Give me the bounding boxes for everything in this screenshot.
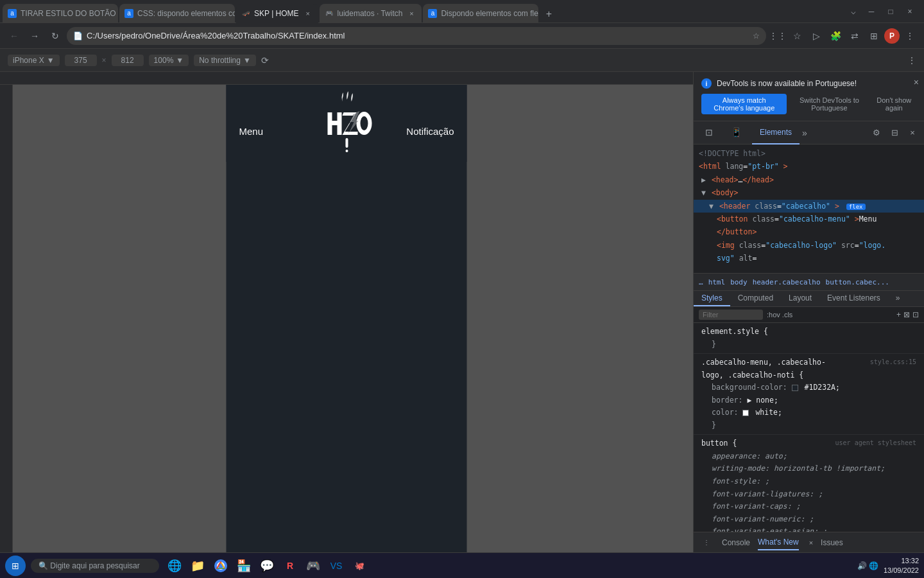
tab-strip: a TIRAR ESTILO DO BOTÃO | CSS: × a CSS: …: [3, 0, 844, 23]
rotate-button[interactable]: ⟳: [261, 55, 269, 66]
extension-button[interactable]: 🧩: [826, 27, 844, 45]
tab-flexbox[interactable]: a Dispondo elementos com flexb ×: [423, 4, 538, 23]
bc-header[interactable]: header.cabecalho: [753, 278, 821, 286]
devtools-more-panels[interactable]: »: [802, 128, 807, 138]
reload-button[interactable]: ↻: [46, 27, 64, 45]
devtools-settings-button[interactable]: ⚙: [869, 125, 884, 141]
devtools-dock-button[interactable]: ⊟: [887, 125, 902, 141]
switch-to-portuguese-button[interactable]: Switch DevTools to Portuguese: [792, 94, 866, 114]
bc-html-tag[interactable]: html: [708, 278, 726, 286]
console-tab[interactable]: Console: [722, 536, 750, 550]
whats-new-close[interactable]: ×: [809, 539, 813, 547]
tab-close-skp[interactable]: ×: [303, 8, 313, 19]
close-window-button[interactable]: ×: [901, 3, 919, 21]
banner-buttons: Always match Chrome's language Switch De…: [701, 94, 916, 114]
tab-css-botao[interactable]: a TIRAR ESTILO DO BOTÃO | CSS: ×: [3, 4, 118, 23]
back-button[interactable]: ←: [5, 27, 23, 45]
devtools-tab-cursor[interactable]: ⊡: [697, 121, 721, 144]
dom-line-btn-menu[interactable]: <button class="cabecalho-menu" >Menu: [694, 213, 924, 225]
minimize-button[interactable]: ─: [862, 3, 880, 21]
menu-button[interactable]: Menu: [239, 126, 264, 137]
taskbar-app-git[interactable]: 🐙: [349, 556, 370, 576]
logo-container: [318, 90, 375, 162]
devtools-close-button[interactable]: ×: [905, 125, 920, 141]
styles-filter-input[interactable]: [699, 310, 763, 320]
taskbar-app-vscode[interactable]: VS: [326, 556, 346, 576]
tab-twitch[interactable]: 🎮 luidematos · Twitch ×: [320, 4, 422, 23]
dom-line-html[interactable]: <html lang="pt-br" >: [694, 160, 924, 173]
css-block-close: }: [701, 419, 916, 432]
profile-button[interactable]: P: [884, 28, 900, 44]
taskbar-app-store[interactable]: 🏪: [234, 556, 254, 576]
tab-expand-button[interactable]: ⌵: [844, 3, 862, 21]
new-tab-button[interactable]: +: [540, 5, 558, 23]
taskbar-app-file-explorer[interactable]: 📁: [187, 556, 208, 576]
styles-pseudo-filter[interactable]: :hov .cls: [767, 311, 792, 319]
taskbar-app-chrome[interactable]: [210, 556, 231, 576]
taskbar-app-discord[interactable]: 💬: [257, 556, 277, 576]
tab-css-dispondo[interactable]: a CSS: dispondo elementos com ×: [119, 4, 235, 23]
dom-line-header[interactable]: ▼ <header class="cabecalho" > flex: [694, 200, 924, 213]
dont-show-again-button[interactable]: Don't show again: [872, 94, 916, 114]
bg-color-swatch: [792, 385, 798, 391]
dom-line-img[interactable]: <img class="cabecalho-logo" src="logo.: [694, 239, 924, 252]
taskbar-date-value: 13/09/2022: [884, 566, 919, 575]
bc-body[interactable]: body: [730, 278, 748, 286]
always-match-language-button[interactable]: Always match Chrome's language: [701, 94, 787, 114]
dom-line-doctype[interactable]: <!DOCTYPE html>: [694, 147, 924, 160]
dom-line-head[interactable]: ▶ <head>…</head>: [694, 173, 924, 186]
dom-line-btn-menu-close[interactable]: </button>: [694, 225, 924, 238]
device-selector[interactable]: iPhone X ▼: [8, 55, 60, 66]
copy-element-styles-button[interactable]: ⊡: [912, 310, 919, 319]
tab-skp-home[interactable]: 🛹 SKP | HOME ×: [236, 4, 318, 23]
notification-button[interactable]: Notificação: [406, 126, 454, 137]
preview-pane: Menu: [0, 72, 693, 552]
dom-tree[interactable]: <!DOCTYPE html> <html lang="pt-br" > ▶ <…: [694, 144, 924, 273]
devtools-tab-elements[interactable]: Elements: [752, 121, 800, 144]
console-dots-icon: ⋮: [699, 535, 714, 550]
chrome-toolbar: ← → ↻ 📄 C:/Users/pedro/OneDrive/Área%20d…: [0, 23, 924, 49]
banner-info-icon: i: [701, 78, 712, 89]
tab-favicon-skp: 🛹: [241, 9, 250, 18]
add-style-rule-button[interactable]: +: [896, 310, 901, 319]
address-bar[interactable]: 📄 C:/Users/pedro/OneDrive/Área%20de%20Tr…: [67, 27, 766, 45]
device-frame: Menu: [227, 85, 467, 552]
issues-tab[interactable]: Issues: [821, 536, 843, 550]
dom-line-body[interactable]: ▼ <body>: [694, 186, 924, 199]
device-toolbar-more[interactable]: ⋮: [907, 55, 916, 66]
styles-tab-styles[interactable]: Styles: [694, 291, 730, 306]
grid-button[interactable]: ⊞: [865, 27, 883, 45]
taskbar-notification-area: 🔊 🌐: [857, 561, 878, 570]
taskbar-app-cortana[interactable]: 🌐: [164, 556, 185, 576]
throttle-selector[interactable]: No throttling ▼: [194, 55, 256, 66]
element-state-button[interactable]: ⊠: [903, 310, 910, 319]
devtools-tab-mobile[interactable]: 📱: [723, 121, 749, 144]
styles-tab-more[interactable]: »: [888, 291, 908, 306]
sync-button[interactable]: ⇄: [846, 27, 864, 45]
google-apps-button[interactable]: ⋮⋮: [769, 27, 787, 45]
taskbar-app-steam[interactable]: 🎮: [303, 556, 323, 576]
bc-html[interactable]: …: [699, 278, 703, 286]
device-width-input[interactable]: 375: [65, 55, 97, 66]
maximize-button[interactable]: □: [882, 3, 900, 21]
banner-close-button[interactable]: ×: [914, 77, 919, 87]
tab-close-twitch[interactable]: ×: [406, 8, 416, 19]
bc-button[interactable]: button.cabec...: [826, 278, 889, 286]
styles-tab-layout[interactable]: Layout: [781, 291, 819, 306]
dom-line-ellipsis[interactable]: …: [694, 265, 924, 273]
dom-line-img-cont[interactable]: svg" alt=: [694, 252, 924, 265]
styles-tab-computed[interactable]: Computed: [730, 291, 781, 306]
taskbar-search-box[interactable]: 🔍 Digite aqui para pesquisar: [31, 559, 159, 573]
more-button[interactable]: ⋮: [901, 27, 919, 45]
css-ua-writing-mode: writing-mode: horizontal-tb !important;: [701, 462, 916, 475]
styles-tab-events[interactable]: Event Listeners: [819, 291, 888, 306]
windows-start-button[interactable]: ⊞: [5, 556, 26, 576]
forward-button[interactable]: →: [26, 27, 44, 45]
taskbar-app-roblox[interactable]: R: [280, 556, 300, 576]
css-ua-header: button { user agent stylesheet: [701, 437, 916, 450]
cast-button[interactable]: ▷: [807, 27, 825, 45]
device-height-input[interactable]: 812: [112, 55, 144, 66]
bookmark-button[interactable]: ☆: [788, 27, 806, 45]
zoom-selector[interactable]: 100% ▼: [149, 55, 189, 66]
whats-new-tab[interactable]: What's New: [758, 535, 799, 550]
